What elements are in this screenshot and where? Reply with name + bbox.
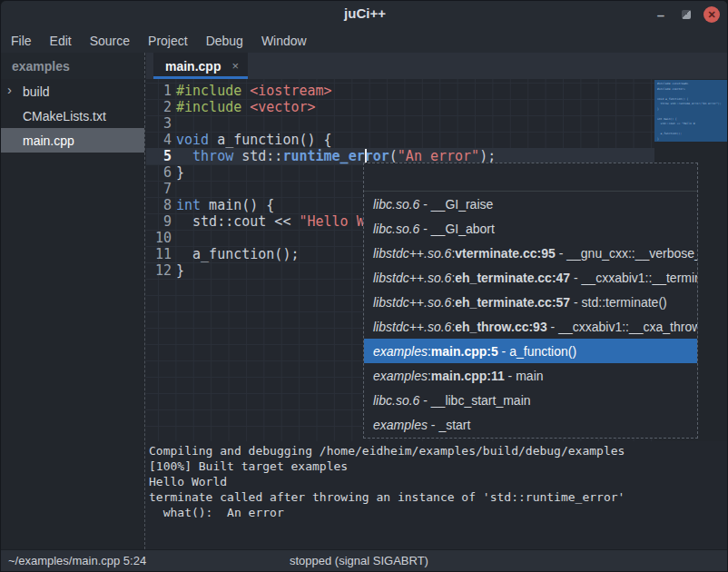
frame-symbol: __cxxabiv1::__cxa_throw bbox=[558, 320, 697, 334]
popup-search-entry[interactable] bbox=[364, 163, 697, 192]
backtrace-item[interactable]: libstdc++.so.6:eh_terminate.cc:47 - __cx… bbox=[364, 265, 697, 290]
tree-item-label: main.cpp bbox=[23, 133, 74, 148]
sidebar-item-main-cpp[interactable]: main.cpp bbox=[1, 128, 144, 153]
terminal-line: Hello World bbox=[149, 474, 728, 489]
frame-library: libc.so.6 bbox=[373, 393, 419, 408]
frame-library: libc.so.6 bbox=[373, 197, 419, 212]
code-content: std::cout << "Hello W bbox=[176, 213, 365, 230]
terminal-line: [100%] Built target examples bbox=[149, 459, 728, 474]
line-number: 9 bbox=[146, 213, 172, 230]
line-number: 3 bbox=[146, 115, 172, 132]
minimize-button[interactable]: – bbox=[653, 7, 669, 23]
frame-library: libstdc++.so.6 bbox=[373, 246, 451, 261]
frame-symbol: main bbox=[516, 369, 543, 383]
terminal-line: what(): An error bbox=[149, 505, 728, 520]
frame-location: main.cpp:5 bbox=[431, 344, 498, 359]
backtrace-item[interactable]: libc.so.6 - __GI_raise bbox=[364, 192, 697, 216]
code-line-3[interactable]: 3 bbox=[146, 115, 654, 132]
frame-symbol: _start bbox=[438, 418, 470, 432]
minimap-slider[interactable]: #include <iostream>#include <vector> voi… bbox=[654, 80, 727, 142]
frame-symbol: __GI_abort bbox=[431, 222, 495, 236]
frame-library: examples bbox=[373, 344, 428, 359]
status-bar: ~/examples/main.cpp 5:24 stopped (signal… bbox=[1, 549, 728, 571]
line-number: 10 bbox=[146, 230, 172, 246]
chevron-right-icon[interactable]: › bbox=[7, 82, 12, 97]
project-name: examples bbox=[12, 59, 70, 74]
line-number: 8 bbox=[146, 197, 172, 213]
terminal-output[interactable]: Compiling and debugging /home/eidheim/ex… bbox=[146, 441, 728, 549]
frame-symbol: __cxxabiv1::__terminate(void (*)()) bbox=[582, 271, 697, 285]
window-controls: – ✕ bbox=[653, 1, 720, 28]
cursor-location: ~/examples/main.cpp 5:24 bbox=[8, 554, 146, 567]
code-content: a_function(); bbox=[176, 246, 299, 262]
frame-symbol: a_function() bbox=[509, 344, 576, 359]
frame-library: examples bbox=[373, 418, 428, 432]
close-button[interactable]: ✕ bbox=[703, 6, 720, 23]
frame-location: vterminate.cc:95 bbox=[455, 246, 556, 261]
menu-item-project[interactable]: Project bbox=[139, 30, 197, 52]
code-content: #include <vector> bbox=[176, 99, 316, 115]
line-number: 2 bbox=[146, 99, 172, 115]
backtrace-item[interactable]: libstdc++.so.6:vterminate.cc:95 - __gnu_… bbox=[364, 241, 697, 265]
backtrace-popup: libc.so.6 - __GI_raiselibc.so.6 - __GI_a… bbox=[363, 163, 698, 439]
line-number: 7 bbox=[146, 181, 172, 197]
backtrace-item[interactable]: libc.so.6 - __libc_start_main bbox=[364, 388, 697, 412]
line-number: 11 bbox=[146, 246, 172, 262]
backtrace-item[interactable]: libstdc++.so.6:eh_throw.cc:93 - __cxxabi… bbox=[364, 314, 697, 339]
window-title: juCi++ bbox=[1, 5, 728, 21]
line-number: 1 bbox=[146, 83, 172, 99]
terminal-line: terminate called after throwing an insta… bbox=[149, 489, 728, 505]
line-number: 6 bbox=[146, 164, 172, 181]
backtrace-item[interactable]: libstdc++.so.6:eh_terminate.cc:57 - std:… bbox=[364, 290, 697, 314]
line-number: 12 bbox=[146, 262, 172, 279]
restore-icon[interactable] bbox=[682, 10, 691, 19]
frame-location: main.cpp:11 bbox=[431, 369, 505, 383]
backtrace-item[interactable]: examples:main.cpp:11 - main bbox=[364, 363, 697, 388]
terminal-line: Compiling and debugging /home/eidheim/ex… bbox=[149, 443, 728, 459]
frame-symbol: __gnu_cxx::__verbose_terminate_handler() bbox=[566, 246, 697, 261]
menu-bar: FileEditSourceProjectDebugWindow bbox=[1, 28, 728, 53]
debug-status: stopped (signal SIGABRT) bbox=[290, 554, 428, 567]
tab-bar: main.cpp× bbox=[146, 53, 728, 79]
tree-item-label: CMakeLists.txt bbox=[23, 109, 106, 123]
code-content: int main() { bbox=[176, 197, 274, 213]
sidebar-item-build[interactable]: ›build bbox=[1, 79, 144, 104]
code-line-2[interactable]: 2#include <vector> bbox=[146, 99, 654, 115]
sidebar-divider[interactable] bbox=[144, 53, 145, 549]
tree-item-label: build bbox=[23, 84, 50, 99]
frame-library: libstdc++.so.6 bbox=[373, 271, 451, 285]
file-tree: ›buildCMakeLists.txtmain.cpp bbox=[1, 79, 144, 549]
tab-label: main.cpp bbox=[165, 59, 221, 74]
frame-location: eh_throw.cc:93 bbox=[455, 320, 546, 334]
title-bar[interactable]: juCi++ – ✕ bbox=[1, 1, 728, 28]
frame-library: examples bbox=[373, 369, 428, 383]
sidebar-item-cmakelists-txt[interactable]: CMakeLists.txt bbox=[1, 104, 144, 128]
code-content: void a_function() { bbox=[176, 132, 332, 148]
menu-item-window[interactable]: Window bbox=[252, 30, 316, 52]
frame-library: libstdc++.so.6 bbox=[373, 295, 451, 310]
frame-library: libc.so.6 bbox=[373, 222, 419, 236]
line-number: 5 bbox=[146, 148, 172, 164]
menu-item-edit[interactable]: Edit bbox=[41, 30, 81, 52]
tab-close-icon[interactable]: × bbox=[231, 59, 239, 73]
menu-item-source[interactable]: Source bbox=[81, 30, 139, 52]
frame-library: libstdc++.so.6 bbox=[373, 320, 451, 334]
frame-symbol: __GI_raise bbox=[431, 197, 493, 212]
menu-item-debug[interactable]: Debug bbox=[197, 30, 252, 52]
project-header: examples bbox=[1, 53, 144, 79]
line-number: 4 bbox=[146, 132, 172, 148]
frame-location: eh_terminate.cc:47 bbox=[455, 271, 570, 285]
code-content: } bbox=[176, 262, 184, 279]
backtrace-item[interactable]: libc.so.6 - __GI_abort bbox=[364, 216, 697, 241]
backtrace-item[interactable]: examples:main.cpp:5 - a_function() bbox=[364, 339, 697, 363]
code-line-4[interactable]: 4void a_function() { bbox=[146, 132, 654, 148]
backtrace-item[interactable]: examples - _start bbox=[364, 412, 697, 437]
tab-main-cpp[interactable]: main.cpp× bbox=[153, 53, 248, 79]
code-line-1[interactable]: 1#include <iostream> bbox=[146, 83, 654, 99]
frame-symbol: __libc_start_main bbox=[431, 393, 531, 408]
menu-item-file[interactable]: File bbox=[2, 30, 41, 52]
frame-symbol: std::terminate() bbox=[582, 295, 667, 310]
code-content: #include <iostream> bbox=[176, 83, 332, 99]
juci-window: juCi++ – ✕ FileEditSourceProjectDebugWin… bbox=[0, 0, 728, 572]
backtrace-list: libc.so.6 - __GI_raiselibc.so.6 - __GI_a… bbox=[364, 192, 697, 437]
